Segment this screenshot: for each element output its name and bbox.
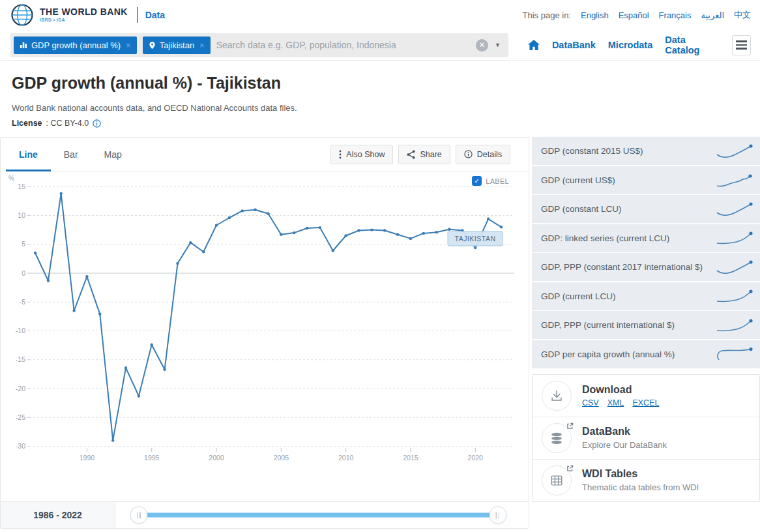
svg-text:-20: -20	[16, 385, 25, 392]
checkbox-checked-icon[interactable]: ✓	[472, 176, 482, 186]
nav-data-catalog[interactable]: Data Catalog	[665, 35, 719, 55]
slider-track[interactable]	[139, 513, 498, 518]
indicator-row-gdp-ppp-current[interactable]: GDP, PPP (current international $)	[532, 311, 760, 339]
license-label: License	[12, 119, 42, 128]
license-value: : CC BY-4.0	[46, 119, 89, 128]
location-pin-icon	[149, 41, 156, 50]
svg-text:2020: 2020	[468, 454, 484, 462]
indicator-row-gdp-constant-2015[interactable]: GDP (constant 2015 US$)	[532, 137, 760, 165]
wdi-circle	[542, 466, 572, 495]
sparkline-icon	[714, 258, 755, 277]
download-xml-link[interactable]: XML	[607, 398, 624, 407]
clear-search-icon[interactable]: ✕	[476, 39, 488, 52]
chart-card: Line Bar Map Also Show Shar	[0, 137, 529, 529]
lang-chinese[interactable]: 中文	[734, 9, 751, 21]
filter-pill-country[interactable]: Tajikistan ×	[143, 37, 211, 54]
lang-francais[interactable]: Français	[659, 10, 692, 20]
download-excel-link[interactable]: EXCEL	[632, 398, 659, 407]
wdi-subtitle: Thematic data tables from WDI	[582, 482, 699, 492]
filter-indicator-label: GDP growth (annual %)	[31, 40, 121, 50]
search-strip: GDP growth (annual %) × Tajikistan × Sea…	[0, 30, 760, 61]
indicator-list: GDP (constant 2015 US$) GDP (current US$…	[532, 137, 760, 368]
indicator-row-gdp-ppp-constant[interactable]: GDP, PPP (constant 2017 international $)	[532, 253, 760, 281]
language-switcher: This page in: English Español Français ا…	[523, 9, 751, 21]
tab-line[interactable]: Line	[6, 138, 51, 171]
svg-text:2000: 2000	[209, 454, 224, 462]
sparkline-icon	[714, 141, 755, 161]
remove-indicator-filter-icon[interactable]: ×	[126, 40, 131, 50]
search-input-area[interactable]: GDP growth (annual %) × Tajikistan × Sea…	[10, 33, 508, 57]
nav-microdata[interactable]: Microdata	[608, 40, 653, 50]
search-dropdown-caret-icon[interactable]: ▼	[495, 42, 501, 48]
kebab-dots-icon	[339, 150, 342, 159]
license-info-icon[interactable]	[93, 119, 101, 128]
sparkline-icon	[714, 200, 755, 219]
sparkline-icon	[714, 344, 755, 364]
year-range-label: 1986 - 2022	[1, 502, 115, 528]
filter-pill-indicator[interactable]: GDP growth (annual %) ×	[14, 37, 137, 54]
time-slider-row: 1986 - 2022	[1, 501, 529, 528]
share-icon	[407, 150, 415, 159]
main-content: Line Bar Map Also Show Shar	[0, 137, 760, 529]
table-grid-icon	[549, 473, 564, 488]
indicator-row-gdp-current-lcu[interactable]: GDP (current LCU)	[532, 282, 760, 310]
sparkline-icon	[714, 228, 755, 248]
related-indicators-sidebar: GDP (constant 2015 US$) GDP (current US$…	[532, 137, 760, 502]
brand-divider	[137, 7, 138, 23]
indicator-row-gdp-per-capita-growth[interactable]: GDP per capita growth (annual %)	[532, 340, 760, 368]
download-section: Download CSV XML EXCEL	[533, 375, 759, 417]
indicator-row-gdp-constant-lcu[interactable]: GDP (constant LCU)	[532, 195, 760, 223]
wdi-tables-section[interactable]: WDI Tables Thematic data tables from WDI	[533, 460, 759, 501]
svg-text:1995: 1995	[144, 454, 160, 462]
svg-text:1990: 1990	[80, 454, 95, 462]
wdi-title[interactable]: WDI Tables	[582, 468, 699, 480]
share-button[interactable]: Share	[398, 145, 450, 164]
nav-databank[interactable]: DataBank	[552, 40, 596, 50]
menu-button[interactable]	[732, 35, 751, 55]
external-link-icon	[566, 465, 574, 472]
details-button[interactable]: Details	[456, 145, 510, 164]
data-site-link[interactable]: Data	[145, 10, 165, 20]
logo-title: THE WORLD BANK	[40, 7, 128, 16]
world-bank-brand[interactable]: THE WORLD BANK IBRD • IDA Data	[10, 3, 165, 27]
svg-text:-5: -5	[20, 298, 25, 306]
databank-section[interactable]: DataBank Explore Our DataBank	[533, 417, 759, 460]
year-range-slider[interactable]	[115, 502, 529, 528]
svg-text:-25: -25	[16, 413, 25, 421]
also-show-button[interactable]: Also Show	[330, 145, 393, 164]
databank-title[interactable]: DataBank	[582, 426, 667, 437]
slider-handle-right[interactable]	[490, 507, 507, 524]
sparkline-icon	[714, 286, 755, 306]
lang-espanol[interactable]: Español	[619, 10, 649, 20]
download-csv-link[interactable]: CSV	[582, 398, 599, 407]
label-checkbox[interactable]: ✓ LABEL	[472, 176, 509, 186]
tab-bar[interactable]: Bar	[51, 138, 91, 171]
lang-english[interactable]: English	[581, 10, 609, 20]
indicator-row-gdp-current-usd[interactable]: GDP (current US$)	[532, 166, 760, 194]
bar-chart-icon	[20, 41, 27, 49]
svg-text:5: 5	[22, 240, 25, 248]
info-icon	[464, 150, 473, 158]
svg-text:2005: 2005	[274, 454, 289, 462]
lang-arabic[interactable]: العربية	[701, 10, 724, 20]
svg-text:2010: 2010	[338, 454, 354, 462]
svg-text:0: 0	[22, 269, 25, 277]
databank-subtitle: Explore Our DataBank	[582, 440, 667, 450]
svg-text:-15: -15	[16, 355, 25, 363]
home-icon[interactable]	[528, 40, 540, 50]
external-link-icon	[566, 422, 574, 430]
quick-nav: DataBank Microdata Data Catalog	[528, 35, 751, 55]
indicator-row-gdp-linked-series[interactable]: GDP: linked series (current LCU)	[532, 224, 760, 252]
sparkline-icon	[714, 316, 755, 335]
tab-map[interactable]: Map	[91, 138, 135, 171]
svg-text:TAJIKISTAN: TAJIKISTAN	[455, 235, 496, 243]
slider-handle-left[interactable]	[130, 507, 148, 524]
page-title: GDP growth (annual %) - Tajikistan	[12, 74, 747, 93]
remove-country-filter-icon[interactable]: ×	[199, 40, 205, 50]
logo-subtitle: IBRD • IDA	[40, 18, 128, 23]
download-icon	[549, 389, 564, 403]
download-title: Download	[582, 384, 659, 396]
gdp-growth-line-chart[interactable]: 151050-5-10-15-20-25-3019901995200020052…	[1, 171, 529, 471]
search-placeholder[interactable]: Search data e.g. GDP, population, Indone…	[216, 40, 476, 50]
svg-text:%: %	[8, 175, 14, 182]
